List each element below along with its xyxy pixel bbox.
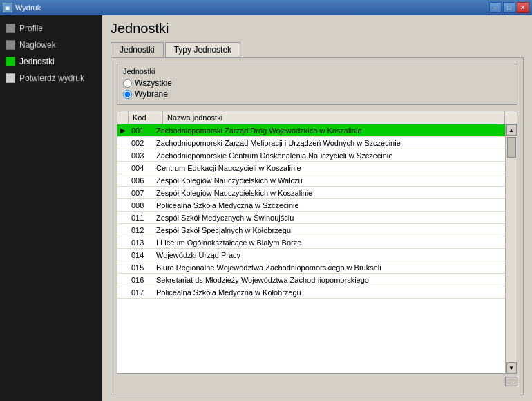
cell-nazwa: I Liceum Ogólnokształcące w Białym Borze (153, 238, 505, 248)
table-row[interactable]: 006Zespół Kolegiów Nauczycielskich w Wał… (117, 174, 505, 187)
cell-nazwa: Policealna Szkoła Medyczna w Szczecinie (153, 200, 505, 210)
radio-wybrane-label: Wybrane (135, 89, 168, 99)
cell-kod: 007 (129, 188, 153, 198)
page-title: Jednostki (111, 21, 524, 37)
cell-nazwa: Sekretariat ds Młodzieży Województwa Zac… (153, 275, 505, 285)
table-row[interactable]: 016Sekretariat ds Młodzieży Województwa … (117, 274, 505, 286)
cell-kod: 013 (129, 238, 153, 248)
cell-kod: 006 (129, 176, 153, 185)
main-content: Jednostki Jednostki Typy Jednostek Jedno… (102, 15, 532, 401)
table-row[interactable]: 007Zespół Kolegiów Nauczycielskich w Kos… (117, 187, 505, 199)
table-row[interactable]: 015Biuro Regionalne Województwa Zachodni… (117, 261, 505, 274)
cell-kod: 011 (129, 213, 153, 223)
table-row[interactable]: 003Zachodniopomorskie Centrum Doskonalen… (117, 149, 505, 162)
sidebar-label-profile: Profile (19, 24, 43, 33)
col-header-kod: Kod (129, 111, 163, 124)
table-row[interactable]: 014Wojewódzki Urząd Pracy (117, 249, 505, 261)
col-header-nazwa: Nazwa jednostki (163, 111, 505, 124)
table-row[interactable]: 017Policealna Szkoła Medyczna w Kołobrze… (117, 286, 505, 299)
maximize-button[interactable]: □ (503, 2, 515, 13)
radio-wszystkie-label: Wszystkie (135, 78, 172, 88)
table-row[interactable]: ▶001Zachodniopomorski Zarząd Dróg Wojewó… (117, 124, 505, 137)
cell-nazwa: Zachodniopomorski Zarząd Dróg Wojewódzki… (153, 126, 505, 136)
cell-kod: 015 (129, 263, 153, 272)
profile-icon (6, 24, 15, 33)
cell-kod: 012 (129, 225, 153, 235)
table-container: Kod Nazwa jednostki ▶001Zachodniopomorsk… (117, 111, 517, 374)
col-header-scroll-spacer (505, 111, 517, 124)
cell-nazwa: Biuro Regionalne Województwa Zachodniopo… (153, 263, 505, 272)
radio-group: Jednostki Wszystkie Wybrane (117, 64, 517, 105)
sidebar-item-potwierdz[interactable]: Potwierdź wydruk (0, 71, 102, 86)
scroll-up-button[interactable]: ▲ (506, 124, 517, 136)
table-row[interactable]: 004Centrum Edukacji Nauczycieli w Koszal… (117, 162, 505, 174)
radio-group-label: Jednostki (123, 67, 511, 75)
title-bar-title: Wydruk (15, 3, 489, 12)
table-body: ▶001Zachodniopomorski Zarząd Dróg Wojewó… (117, 124, 505, 373)
row-arrow: ▶ (117, 127, 129, 134)
sidebar-label-potwierdz: Potwierdź wydruk (19, 73, 84, 83)
radio-wybrane[interactable]: Wybrane (123, 89, 511, 99)
naglowek-icon (6, 40, 15, 50)
col-header-empty (117, 111, 129, 124)
title-bar: ▣ Wydruk – □ ✕ (0, 0, 532, 15)
sidebar-label-jednostki: Jednostki (19, 57, 55, 66)
radio-wszystkie[interactable]: Wszystkie (123, 78, 511, 88)
potwierdz-icon (6, 73, 15, 83)
cell-kod: 017 (129, 288, 153, 297)
cell-kod: 002 (129, 138, 153, 148)
cell-kod: 004 (129, 163, 153, 173)
cell-nazwa: Zachodniopomorskie Centrum Doskonalenia … (153, 151, 505, 160)
jednostki-icon (6, 57, 15, 66)
cell-nazwa: Zespół Szkół Specjalnych w Kołobrzegu (153, 225, 505, 235)
scrollbar-thumb[interactable] (507, 137, 516, 158)
sidebar: Profile Nagłówek Jednostki Potwierdź wyd… (0, 15, 102, 401)
cell-kod: 001 (129, 126, 153, 136)
table-header: Kod Nazwa jednostki (117, 111, 517, 124)
cell-nazwa: Zespół Kolegiów Nauczycielskich w Koszal… (153, 188, 505, 198)
title-bar-icon: ▣ (3, 3, 12, 12)
cell-nazwa: Wojewódzki Urząd Pracy (153, 250, 505, 260)
table-row[interactable]: 012Zespół Szkół Specjalnych w Kołobrzegu (117, 224, 505, 236)
sidebar-label-naglowek: Nagłówek (19, 40, 56, 50)
scroll-bottom-btn[interactable]: ─ (505, 377, 517, 386)
scrollbar-track: ▲ ▼ (505, 124, 517, 373)
scroll-down-button[interactable]: ▼ (506, 362, 517, 373)
table-row[interactable]: 011Zespół Szkół Medycznych w Świnoujściu (117, 212, 505, 224)
tab-bar: Jednostki Typy Jednostek (111, 42, 524, 57)
table-row[interactable]: 008Policealna Szkoła Medyczna w Szczecin… (117, 199, 505, 212)
cell-kod: 016 (129, 275, 153, 285)
tab-jednostki[interactable]: Jednostki (111, 42, 164, 57)
cell-nazwa: Zachodniopomorski Zarząd Melioracji i Ur… (153, 138, 505, 148)
cell-nazwa: Zespół Szkół Medycznych w Świnoujściu (153, 213, 505, 223)
cell-nazwa: Centrum Edukacji Nauczycieli w Koszalini… (153, 163, 505, 173)
table-row[interactable]: 013I Liceum Ogólnokształcące w Białym Bo… (117, 236, 505, 249)
cell-kod: 014 (129, 250, 153, 260)
sidebar-item-naglowek[interactable]: Nagłówek (0, 37, 102, 53)
cell-kod: 003 (129, 151, 153, 160)
table-row[interactable]: 002Zachodniopomorski Zarząd Melioracji i… (117, 137, 505, 149)
close-button[interactable]: ✕ (517, 2, 529, 13)
sidebar-item-profile[interactable]: Profile (0, 21, 102, 36)
panel: Jednostki Wszystkie Wybrane Kod Nazwa je… (111, 57, 524, 395)
cell-nazwa: Zespół Kolegiów Nauczycielskich w Wałczu (153, 176, 505, 185)
scroll-bottom-area: ─ (117, 374, 517, 389)
cell-nazwa: Policealna Szkoła Medyczna w Kołobrzegu (153, 288, 505, 297)
minimize-button[interactable]: – (489, 2, 502, 13)
tab-typy-jednostek[interactable]: Typy Jednostek (165, 42, 240, 57)
cell-kod: 008 (129, 200, 153, 210)
sidebar-item-jednostki[interactable]: Jednostki (0, 54, 102, 69)
